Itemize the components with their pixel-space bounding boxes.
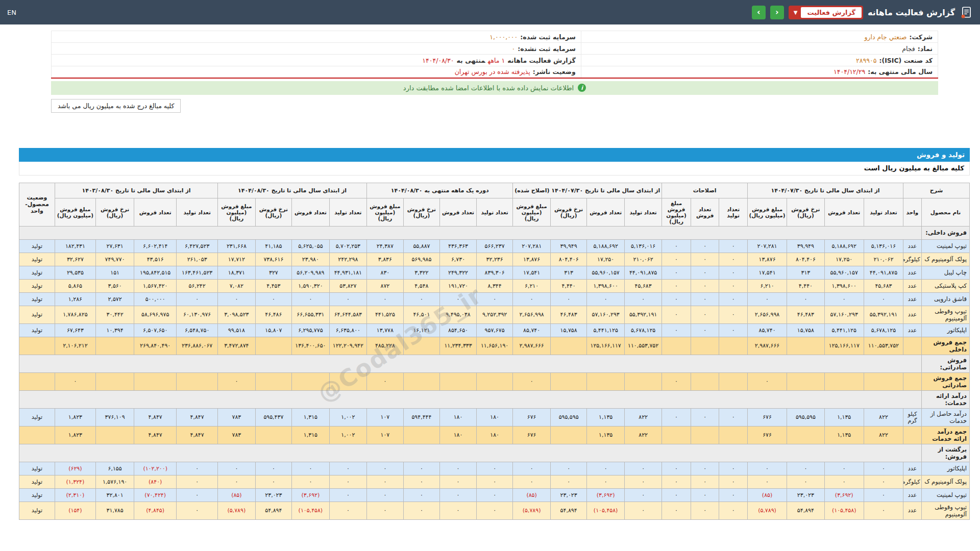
value-cell: ۱,۳۹۸,۶۰۰ bbox=[824, 279, 864, 292]
value-cell: ۱,۱۳۵ bbox=[824, 408, 864, 426]
product-name-cell: کپ پلاستیکی bbox=[921, 279, 969, 292]
value-cell: ۰ bbox=[255, 462, 292, 475]
language-toggle-en[interactable]: EN bbox=[7, 9, 16, 16]
value-cell: ۵,۷۰۲,۲۵۳ bbox=[329, 239, 366, 253]
value-cell: ۸,۳۴۴ bbox=[476, 279, 513, 292]
info-value: ۰ bbox=[511, 45, 515, 53]
column-header: وضعیت محصول-واحد bbox=[19, 183, 55, 226]
value-cell: ۱۳,۸۷۶ bbox=[513, 253, 550, 266]
value-cell: ۵,۶۲۵,۰۵۵ bbox=[292, 239, 329, 253]
value-cell: ۱۱,۲۳۴,۳۳۳ bbox=[440, 337, 477, 355]
value-cell: (۱۰۵,۴۵۸) bbox=[587, 502, 624, 519]
value-cell: ۰ bbox=[403, 462, 440, 475]
section-label-cell: فروش صادراتی: bbox=[921, 355, 969, 372]
value-cell: ۰ bbox=[177, 462, 218, 475]
value-cell: ۲۳,۰۲۳ bbox=[550, 488, 587, 502]
value-cell: ۰ bbox=[662, 253, 691, 266]
product-row: قاشق داروییعدد۰۰۰۰۰۰۰۰۰۰۰۰۰۰۰۰۰۰۰۰۵۰۰,۰۰… bbox=[19, 292, 970, 306]
value-cell bbox=[255, 426, 292, 444]
value-cell: ۳,۴۷۲,۸۷۴ bbox=[218, 337, 255, 355]
product-name-cell: اپلیکاتور bbox=[921, 462, 969, 475]
value-cell: ۵,۱۳۶,۰۱۶ bbox=[864, 239, 903, 253]
section-label-cell: برگشت از فروش: bbox=[921, 444, 969, 462]
status-cell: تولید bbox=[19, 279, 55, 292]
value-cell: ۶۴,۶۴۴,۵۸۳ bbox=[329, 306, 366, 323]
value-cell: (۸۵) bbox=[513, 488, 550, 502]
value-cell bbox=[587, 372, 624, 390]
column-header: از ابتدای سال مالی تا تاریخ ۱۴۰۴/۰۷/۳۰ bbox=[747, 183, 903, 198]
page-title: گزارش فعالیت ماهانه bbox=[868, 8, 955, 17]
value-cell: ۸۰۴,۴۰۶ bbox=[550, 253, 587, 266]
value-cell: ۰ bbox=[367, 502, 404, 519]
value-cell: ۰ bbox=[440, 462, 477, 475]
next-report-button[interactable]: ‹ bbox=[770, 6, 784, 19]
value-cell: ۱,۳۹۸,۶۰۰ bbox=[587, 279, 624, 292]
value-cell: ۵,۶۷۸,۱۲۵ bbox=[864, 323, 903, 337]
product-name-cell: پولک آلومینیوم ک bbox=[921, 475, 969, 488]
value-cell: ۰ bbox=[292, 292, 329, 306]
value-cell: ۱,۸۲۳ bbox=[55, 426, 95, 444]
report-type-button[interactable]: گزارش فعالیت ▼ bbox=[789, 6, 863, 19]
previous-report-button[interactable]: › bbox=[752, 6, 766, 19]
unit-cell bbox=[903, 337, 922, 355]
value-cell: ۰ bbox=[367, 488, 404, 502]
value-cell: ۰ bbox=[329, 488, 366, 502]
value-cell: ۵۵,۹۶۰,۱۵۷ bbox=[587, 266, 624, 279]
value-cell: ۱,۸۲۳ bbox=[55, 408, 95, 426]
value-cell bbox=[662, 426, 691, 444]
column-header: تعداد فروش bbox=[587, 198, 624, 226]
value-cell: ۲,۹۸۷,۶۶۶ bbox=[513, 337, 550, 355]
company-info-body: شرکت:صنعتي جام داروسرمایه ثبت شده:۱,۰۰۰,… bbox=[52, 31, 938, 78]
column-header: مبلغ فروش (میلیون ریال) bbox=[218, 198, 255, 226]
value-cell: ۰ bbox=[719, 239, 748, 253]
info-label: سال مالی منتهی به: bbox=[868, 68, 933, 76]
value-cell: ۰ bbox=[177, 475, 218, 488]
value-cell: ۵۰۰,۰۰۰ bbox=[134, 292, 177, 306]
value-cell: ۲۰۷,۲۸۱ bbox=[747, 239, 787, 253]
value-cell: ۴,۸۴۷ bbox=[177, 408, 218, 426]
column-header: تعداد تولید bbox=[329, 198, 366, 226]
value-cell: ۰ bbox=[624, 488, 662, 502]
column-header: تعداد فروش bbox=[691, 198, 719, 226]
value-cell: ۵۹۵,۴۳۷ bbox=[255, 408, 292, 426]
product-name-cell: تیوپ لمینیت bbox=[921, 239, 969, 253]
value-cell: ۱۵,۷۵۸ bbox=[550, 323, 587, 337]
production-table-wrap: شرحاز ابتدای سال مالی تا تاریخ ۱۴۰۴/۰۷/۳… bbox=[19, 183, 970, 520]
column-header: تعداد تولید bbox=[476, 198, 513, 226]
value-cell: ۲۹,۵۳۵ bbox=[55, 266, 95, 279]
value-cell: ۰ bbox=[662, 279, 691, 292]
value-cell: (۱۰۵,۴۵۸) bbox=[824, 502, 864, 519]
product-name-cell: چاپ لیبل bbox=[921, 266, 969, 279]
product-name-cell: اپلیکاتور bbox=[921, 323, 969, 337]
value-cell: ۶۷,۶۴۳ bbox=[55, 323, 95, 337]
value-cell: ۰ bbox=[476, 462, 513, 475]
info-cell: سرمایه ثبت شده:۱,۰۰۰,۰۰۰ bbox=[52, 31, 581, 43]
info-value: پذیرفته شده در بورس تهران bbox=[455, 68, 530, 76]
value-cell: ۲۳,۰۲۳ bbox=[787, 488, 824, 502]
value-cell: ۶,۲۱۰ bbox=[747, 279, 787, 292]
value-cell bbox=[824, 372, 864, 390]
value-cell: ۳,۳۲۲ bbox=[403, 266, 440, 279]
value-cell: ۶۷۶ bbox=[513, 426, 550, 444]
column-header: تعداد تولید bbox=[177, 198, 218, 226]
column-header: نرخ فروش (ریال) bbox=[787, 198, 824, 226]
header-columns-row: نام محصولواحدتعداد تولیدتعداد فروشنرخ فر… bbox=[19, 198, 970, 226]
info-row: کد صنعت (ISIC):۲۸۹۹۰۵گزارش فعالیت ماهانه… bbox=[52, 55, 938, 66]
status-cell: تولید bbox=[19, 323, 55, 337]
value-cell: ۱۸۰ bbox=[476, 408, 513, 426]
value-cell: ۵۶,۲۴۲ bbox=[177, 279, 218, 292]
product-name-cell: تیوپ وقوطی آلومینیوم bbox=[921, 502, 969, 519]
value-cell: ۰ bbox=[367, 462, 404, 475]
value-cell: ۹,۲۵۲,۳۹۲ bbox=[476, 306, 513, 323]
value-cell: ۰ bbox=[587, 475, 624, 488]
value-cell: ۰ bbox=[624, 462, 662, 475]
product-row: چاپ لیبلعدد۴۴,۰۹۱,۸۷۵۵۵,۹۶۰,۱۵۷۳۱۳۱۷,۵۴۱… bbox=[19, 266, 970, 279]
value-cell: ۰ bbox=[218, 475, 255, 488]
column-header: از ابتدای سال مالی تا تاریخ ۱۴۰۳/۰۸/۳۰ bbox=[55, 183, 217, 198]
unit-cell: عدد bbox=[903, 306, 922, 323]
value-cell: ۰ bbox=[550, 462, 587, 475]
column-header: تعداد فروش bbox=[292, 198, 329, 226]
value-cell: ۰ bbox=[719, 323, 748, 337]
value-cell bbox=[95, 372, 134, 390]
value-cell: ۴۸۵,۲۲۸ bbox=[367, 337, 404, 355]
